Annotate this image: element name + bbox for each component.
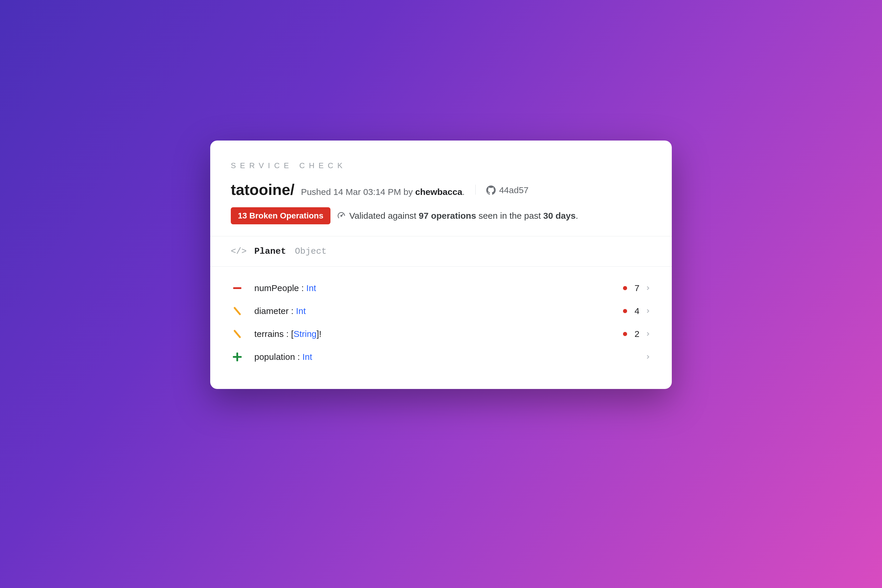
field-name: diameter xyxy=(254,306,289,316)
divider xyxy=(476,184,476,195)
eyebrow-label: SERVICE CHECK xyxy=(231,161,651,170)
svg-point-0 xyxy=(341,215,342,216)
field-impacts: 4 xyxy=(623,306,651,316)
op-count: 97 operations xyxy=(418,211,476,220)
field-list: numPeople : Int 7 diameter : Int 4 terra xyxy=(231,267,651,368)
window: 30 days xyxy=(543,211,576,220)
chevron-right-icon xyxy=(645,331,651,337)
by-word: by xyxy=(401,187,415,196)
github-icon xyxy=(486,186,496,195)
validated-middle: seen in the past xyxy=(476,211,543,220)
field-type: Int xyxy=(302,352,312,362)
impact-count: 7 xyxy=(632,283,639,293)
field-name: terrains xyxy=(254,329,284,339)
status-dot-icon xyxy=(623,286,627,290)
status-dot-icon xyxy=(623,332,627,336)
field-impacts xyxy=(645,354,651,360)
service-check-card: SERVICE CHECK tatooine/ Pushed 14 Mar 03… xyxy=(210,141,672,389)
field-type: Int xyxy=(306,283,316,293)
modified-icon xyxy=(231,330,244,338)
chevron-right-icon xyxy=(645,354,651,360)
impact-count: 4 xyxy=(632,306,639,316)
type-header[interactable]: </> Planet Object xyxy=(231,236,651,266)
field-impacts: 2 xyxy=(623,329,651,339)
type-kind: Object xyxy=(295,246,327,256)
type-name: Planet xyxy=(254,246,286,256)
removed-icon xyxy=(231,287,244,289)
field-type-suffix: ]! xyxy=(316,329,322,339)
field-row[interactable]: terrains : [String]! 2 xyxy=(231,322,651,345)
field-name: numPeople xyxy=(254,283,299,293)
code-icon: </> xyxy=(231,246,244,256)
field-row[interactable]: diameter : Int 4 xyxy=(231,300,651,322)
field-type: Int xyxy=(296,306,306,316)
period: . xyxy=(462,187,465,196)
field-sep: : xyxy=(299,283,306,293)
chevron-right-icon xyxy=(645,285,651,291)
status-row: 13 Broken Operations Validated against 9… xyxy=(231,207,651,224)
field-sep: : xyxy=(295,352,302,362)
validation-summary: Validated against 97 operations seen in … xyxy=(337,211,578,221)
field-name: population xyxy=(254,352,295,362)
field-label: terrains : [String]! xyxy=(254,329,612,339)
gauge-icon xyxy=(337,212,346,220)
pushed-info: Pushed 14 Mar 03:14 PM by chewbacca. xyxy=(301,187,465,197)
service-name: tatooine/ xyxy=(231,181,295,198)
added-icon xyxy=(231,352,244,362)
commit-sha: 44ad57 xyxy=(499,185,529,195)
field-row[interactable]: population : Int xyxy=(231,345,651,368)
field-label: population : Int xyxy=(254,352,634,362)
pushed-time: 14 Mar 03:14 PM xyxy=(333,187,401,196)
chevron-right-icon xyxy=(645,308,651,314)
status-dot-icon xyxy=(623,309,627,313)
validated-suffix: . xyxy=(576,211,578,220)
field-row[interactable]: numPeople : Int 7 xyxy=(231,277,651,300)
broken-operations-badge[interactable]: 13 Broken Operations xyxy=(231,207,330,224)
field-sep: : xyxy=(284,329,291,339)
field-type: String xyxy=(293,329,316,339)
impact-count: 2 xyxy=(632,329,639,339)
title-row: tatooine/ Pushed 14 Mar 03:14 PM by chew… xyxy=(231,181,651,198)
field-impacts: 7 xyxy=(623,283,651,293)
field-sep: : xyxy=(289,306,296,316)
validated-prefix: Validated against xyxy=(349,211,418,220)
pushed-prefix: Pushed xyxy=(301,187,333,196)
field-label: numPeople : Int xyxy=(254,283,612,293)
commit-link[interactable]: 44ad57 xyxy=(486,185,529,195)
field-label: diameter : Int xyxy=(254,306,612,316)
modified-icon xyxy=(231,307,244,315)
author: chewbacca xyxy=(415,187,462,196)
